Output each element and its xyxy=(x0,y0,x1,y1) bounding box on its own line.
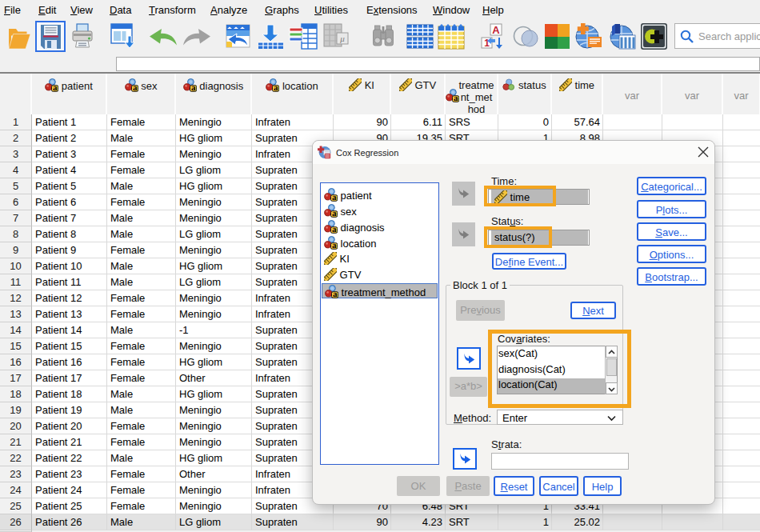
svg-text:1: 1 xyxy=(484,38,490,49)
svg-text:a: a xyxy=(332,208,337,218)
svg-text:a: a xyxy=(332,224,337,234)
svg-text:μ: μ xyxy=(339,34,345,43)
svg-text:a: a xyxy=(332,192,337,202)
svg-text:a: a xyxy=(454,93,458,102)
svg-text:a: a xyxy=(53,82,58,92)
svg-text:a: a xyxy=(332,240,337,250)
svg-text:a: a xyxy=(333,289,338,298)
svg-text:a: a xyxy=(274,82,278,92)
svg-text:a: a xyxy=(133,82,138,92)
svg-text:A: A xyxy=(492,24,500,36)
svg-text:a: a xyxy=(191,82,196,92)
